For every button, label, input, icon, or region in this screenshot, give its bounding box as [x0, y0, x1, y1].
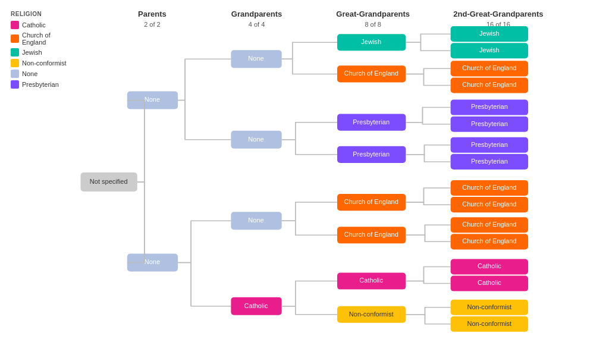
label-2ggp-6: Presbyterian — [471, 120, 508, 127]
tree-svg: Parents 2 of 2 Grandparents 4 of 4 Great… — [77, 6, 603, 358]
legend-item: Presbyterian — [11, 80, 73, 89]
col-sub-grandparents: 4 of 4 — [249, 21, 265, 28]
col-header-2ndgreat: 2nd-Great-Grandparents — [453, 10, 543, 18]
legend-label: Catholic — [22, 21, 46, 29]
col-header-parents: Parents — [138, 10, 167, 18]
legend-color-box — [11, 34, 19, 43]
label-2ggp-16: Non-conformist — [467, 320, 512, 327]
label-ggp-8: Non-conformist — [349, 310, 394, 318]
legend-label: Church of England — [22, 32, 73, 46]
label-gp-1: None — [248, 55, 263, 62]
label-ggp-3: Presbyterian — [353, 118, 390, 125]
legend-color-box — [11, 48, 19, 57]
label-2ggp-3: Church of England — [462, 64, 516, 71]
legend-item: Catholic — [11, 21, 73, 29]
legend-item: Jewish — [11, 48, 73, 57]
label-parent-2: None — [145, 258, 160, 265]
legend-item: None — [11, 70, 73, 78]
label-2ggp-8: Presbyterian — [471, 158, 508, 165]
legend-color-box — [11, 70, 19, 78]
label-2ggp-11: Church of England — [462, 221, 516, 228]
tree-area: Parents 2 of 2 Grandparents 4 of 4 Great… — [77, 6, 603, 358]
label-gp-3: None — [248, 216, 263, 224]
label-ggp-1: Jewish — [361, 38, 381, 45]
legend-color-box — [11, 59, 19, 67]
label-ggp-6: Church of England — [344, 231, 398, 238]
legend-label: Non-conformist — [22, 59, 67, 67]
label-ggp-7: Catholic — [359, 277, 383, 284]
legend-color-box — [11, 80, 19, 89]
legend: RELIGION CatholicChurch of EnglandJewish… — [6, 6, 77, 358]
label-2ggp-1: Jewish — [479, 30, 500, 37]
legend-label: Jewish — [22, 49, 42, 56]
legend-color-box — [11, 21, 19, 29]
label-ggp-2: Church of England — [344, 70, 398, 77]
label-2ggp-5: Presbyterian — [471, 103, 508, 110]
label-2ggp-15: Non-conformist — [467, 303, 512, 310]
label-ggp-5: Church of England — [344, 198, 398, 205]
label-2ggp-2: Jewish — [479, 46, 500, 54]
col-sub-parents: 2 of 2 — [144, 21, 161, 28]
label-2ggp-14: Catholic — [478, 279, 501, 286]
label-2ggp-10: Church of England — [462, 200, 516, 208]
connector-root-parent2 — [127, 182, 145, 262]
legend-label: None — [22, 70, 37, 77]
legend-label: Presbyterian — [22, 81, 59, 88]
label-not-specified: Not specified — [90, 178, 128, 185]
label-2ggp-7: Presbyterian — [471, 141, 508, 148]
label-ggp-4: Presbyterian — [353, 150, 390, 158]
label-2ggp-13: Catholic — [478, 262, 501, 269]
label-2ggp-12: Church of England — [462, 237, 516, 244]
label-parent-1: None — [145, 96, 160, 103]
label-gp-2: None — [248, 136, 263, 143]
label-2ggp-9: Church of England — [462, 184, 516, 191]
legend-item: Church of England — [11, 32, 73, 46]
legend-title: RELIGION — [11, 11, 73, 17]
chart-container: RELIGION CatholicChurch of EnglandJewish… — [0, 0, 609, 364]
legend-item: Non-conformist — [11, 59, 73, 67]
col-header-grandparents: Grandparents — [231, 10, 282, 18]
col-header-greatgrandparents: Great-Grandparents — [336, 10, 410, 18]
label-2ggp-4: Church of England — [462, 81, 516, 88]
col-sub-greatgrandparents: 8 of 8 — [365, 21, 381, 28]
label-gp-4: Catholic — [244, 302, 268, 309]
